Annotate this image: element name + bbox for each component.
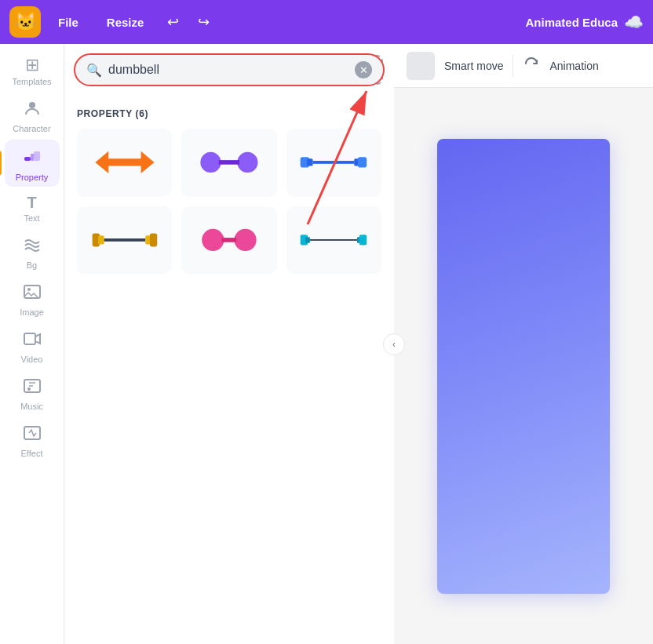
video-icon: [23, 329, 42, 351]
sidebar-item-effect[interactable]: Effect: [5, 417, 60, 463]
svg-rect-28: [306, 237, 311, 243]
items-grid: [74, 129, 385, 274]
sidebar-label-character: Character: [13, 124, 50, 133]
list-item[interactable]: [286, 129, 381, 197]
text-icon: T: [27, 195, 36, 210]
svg-rect-29: [310, 239, 357, 241]
list-item[interactable]: [181, 129, 276, 197]
svg-rect-15: [308, 159, 314, 166]
sidebar-item-property[interactable]: Property: [5, 140, 60, 187]
sidebar-item-image[interactable]: Image: [5, 276, 60, 322]
svg-point-8: [27, 387, 31, 391]
character-icon: [23, 99, 42, 121]
animation-label: Animation: [549, 60, 598, 72]
sidebar-label-bg: Bg: [27, 260, 37, 270]
undo-button[interactable]: ↩: [161, 10, 185, 34]
canvas-area: [394, 88, 653, 644]
sidebar-label-image: Image: [20, 307, 44, 317]
list-item[interactable]: [286, 206, 381, 275]
logo-emoji: 🐱: [15, 12, 36, 32]
svg-marker-10: [95, 151, 154, 173]
logo[interactable]: 🐱: [9, 6, 41, 38]
sidebar-label-music: Music: [20, 402, 43, 411]
sidebar-label-effect: Effect: [21, 449, 43, 458]
panel-toolbar: Smart move Animation: [394, 44, 653, 88]
cloud-icon: ☁️: [624, 13, 644, 31]
right-panel: Smart move Animation: [394, 44, 653, 644]
search-icon: 🔍: [86, 63, 102, 78]
topbar: 🐱 File Resize ↩ ↪ Animated Educa ☁️: [0, 0, 653, 44]
svg-rect-13: [219, 161, 239, 166]
svg-rect-26: [222, 238, 237, 242]
svg-rect-1: [24, 157, 31, 161]
canvas-card[interactable]: [437, 139, 610, 594]
sidebar-label-video: Video: [21, 355, 43, 364]
svg-rect-4: [24, 286, 40, 298]
list-item[interactable]: [77, 129, 172, 197]
sidebar-label-text: Text: [24, 213, 39, 223]
search-clear-button[interactable]: ✕: [355, 61, 372, 78]
bg-icon: [23, 235, 42, 257]
svg-rect-2: [31, 154, 34, 161]
project-title: Animated Educa: [525, 16, 618, 29]
list-item[interactable]: [181, 206, 276, 275]
sidebar-item-templates[interactable]: ⊞ Templates: [5, 50, 60, 91]
sidebar-item-music[interactable]: Music: [5, 370, 60, 416]
sidebar-label-property: Property: [16, 173, 49, 182]
collapse-panel-button[interactable]: ‹: [383, 333, 405, 355]
smart-move-thumbnail: [407, 52, 435, 80]
smart-move-label: Smart move: [444, 60, 503, 72]
image-icon: [23, 282, 42, 304]
svg-rect-16: [313, 161, 355, 164]
svg-point-12: [237, 152, 257, 173]
svg-rect-20: [98, 235, 104, 244]
animation-icon: [523, 55, 540, 76]
svg-rect-31: [359, 235, 367, 245]
section-label: PROPERTY (6): [74, 102, 385, 129]
templates-icon: ⊞: [25, 56, 39, 74]
resize-button[interactable]: Resize: [96, 11, 155, 34]
svg-rect-3: [34, 151, 40, 161]
sidebar-item-bg[interactable]: Bg: [5, 229, 60, 275]
svg-rect-18: [358, 158, 367, 168]
toolbar-divider: [513, 55, 513, 77]
svg-rect-23: [150, 234, 157, 247]
sidebar-label-templates: Templates: [12, 77, 51, 86]
list-item[interactable]: [77, 206, 172, 275]
svg-point-11: [200, 152, 221, 173]
file-button[interactable]: File: [47, 11, 89, 34]
svg-rect-6: [24, 333, 35, 344]
sidebar-item-video[interactable]: Video: [5, 323, 60, 369]
search-input[interactable]: [108, 63, 348, 77]
redo-button[interactable]: ↪: [192, 10, 216, 34]
svg-point-5: [27, 288, 31, 291]
property-icon: [22, 146, 42, 169]
music-icon: [23, 377, 42, 398]
svg-point-24: [202, 229, 224, 251]
main-layout: ⊞ Templates Character Property: [0, 44, 653, 644]
sidebar-item-text[interactable]: T Text: [5, 188, 60, 227]
left-panel: 🔍 ✕ PROPERTY (6): [64, 44, 394, 644]
sidebar-item-character[interactable]: Character: [5, 93, 60, 138]
effect-icon: [23, 424, 42, 446]
svg-point-25: [235, 229, 257, 251]
svg-point-0: [29, 102, 35, 108]
svg-rect-21: [104, 238, 145, 242]
sidebar: ⊞ Templates Character Property: [0, 44, 64, 644]
search-box: 🔍 ✕: [74, 53, 385, 86]
